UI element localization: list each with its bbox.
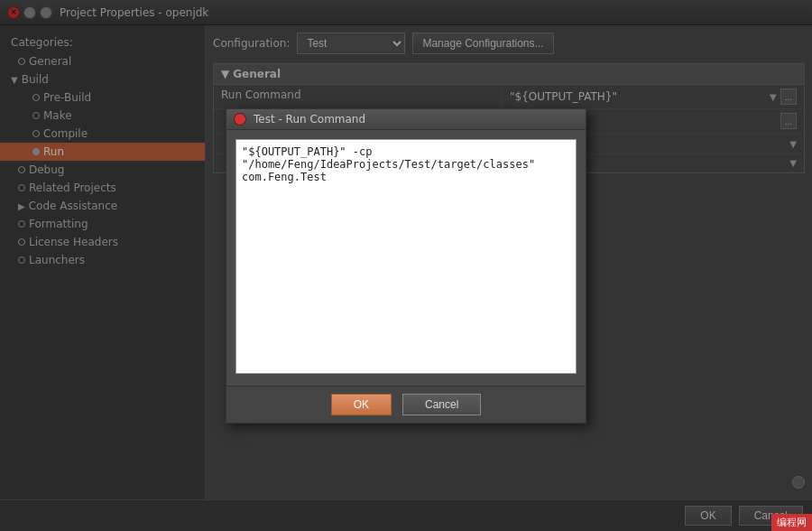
modal-footer: OK Cancel xyxy=(226,386,586,423)
run-command-textarea[interactable]: "${OUTPUT_PATH}" -cp "/home/Feng/IdeaPro… xyxy=(235,139,577,374)
modal-titlebar: Test - Run Command xyxy=(226,109,586,130)
modal-close-button[interactable] xyxy=(234,113,246,126)
modal-dialog: Test - Run Command "${OUTPUT_PATH}" -cp … xyxy=(226,108,586,424)
modal-ok-button[interactable]: OK xyxy=(331,394,392,415)
modal-title: Test - Run Command xyxy=(254,113,365,126)
modal-cancel-button[interactable]: Cancel xyxy=(402,394,481,415)
watermark: 编程网 xyxy=(771,514,812,531)
modal-body: "${OUTPUT_PATH}" -cp "/home/Feng/IdeaPro… xyxy=(226,130,586,386)
modal-backdrop: Test - Run Command "${OUTPUT_PATH}" -cp … xyxy=(0,0,812,531)
